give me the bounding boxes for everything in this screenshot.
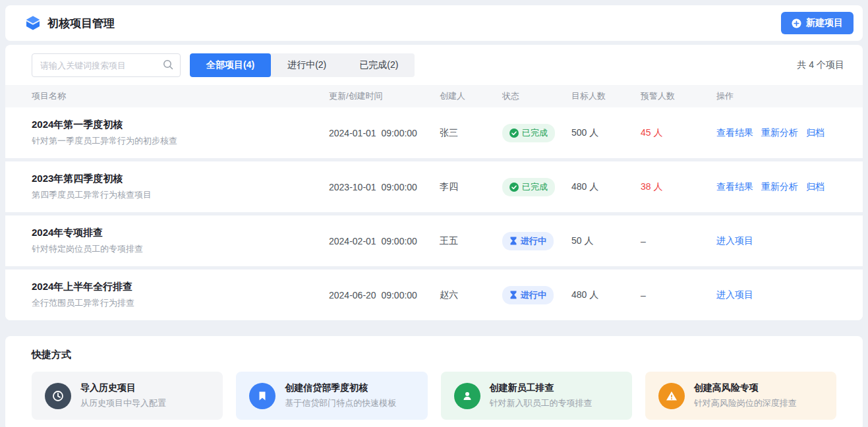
shortcut-high-risk-special[interactable]: 创建高风险专项 针对高风险岗位的深度排查 xyxy=(645,372,836,420)
table-row: 2023年第四季度初核 第四季度员工异常行为核查项目 2023-10-01 09… xyxy=(5,161,863,212)
status-badge: 已完成 xyxy=(502,124,555,142)
view-results-link[interactable]: 查看结果 xyxy=(716,127,753,139)
project-creator: 王五 xyxy=(440,235,502,247)
column-header-time: 更新/创建时间 xyxy=(329,90,440,102)
project-status-cell: 进行中 xyxy=(502,232,571,250)
target-count: 480 人 xyxy=(571,181,641,193)
status-label: 进行中 xyxy=(521,235,546,247)
project-time: 2024-02-01 09:00:00 xyxy=(329,236,440,246)
project-time: 2023-10-01 09:00:00 xyxy=(329,182,440,192)
shortcut-cards: 导入历史项目 从历史项目中导入配置 创建信贷部季度初核 基于信贷部门特点的快速模… xyxy=(32,372,836,420)
shortcuts-panel: 快捷方式 导入历史项目 从历史项目中导入配置 创建信贷部季度初核 xyxy=(5,336,863,427)
plus-circle-icon xyxy=(792,18,801,28)
column-header-actions: 操作 xyxy=(716,90,836,102)
shortcut-desc: 从历史项目中导入配置 xyxy=(80,397,166,409)
column-header-creator: 创建人 xyxy=(440,90,502,102)
warning-count: – xyxy=(641,290,716,300)
project-description: 全行范围员工异常行为排查 xyxy=(32,297,329,309)
check-circle-icon xyxy=(509,128,519,138)
row-actions: 进入项目 xyxy=(716,235,836,247)
project-title: 2024年上半年全行排查 xyxy=(32,281,329,293)
reanalyze-link[interactable]: 重新分析 xyxy=(761,181,798,193)
warning-icon xyxy=(658,383,685,409)
shortcut-text: 创建高风险专项 针对高风险岗位的深度排查 xyxy=(694,382,797,409)
enter-project-link[interactable]: 进入项目 xyxy=(716,235,753,247)
table-row: 2024年上半年全行排查 全行范围员工异常行为排查 2024-06-20 09:… xyxy=(5,270,863,320)
shortcut-text: 导入历史项目 从历史项目中导入配置 xyxy=(80,382,166,409)
hourglass-icon xyxy=(509,291,517,299)
cube-icon xyxy=(25,15,41,31)
reanalyze-link[interactable]: 重新分析 xyxy=(761,127,798,139)
status-badge: 进行中 xyxy=(502,286,554,304)
project-status-cell: 进行中 xyxy=(502,286,571,304)
target-count: 50 人 xyxy=(571,235,641,247)
shortcut-title: 创建信贷部季度初核 xyxy=(285,382,396,394)
status-label: 已完成 xyxy=(522,127,548,139)
column-header-name: 项目名称 xyxy=(32,90,329,102)
toolbar: 全部项目(4) 进行中(2) 已完成(2) 共 4 个项目 xyxy=(5,45,863,85)
row-actions: 查看结果 重新分析 归档 xyxy=(716,127,836,139)
shortcut-desc: 基于信贷部门特点的快速模板 xyxy=(285,397,396,409)
archive-link[interactable]: 归档 xyxy=(806,181,825,193)
project-creator: 赵六 xyxy=(440,289,502,301)
shortcut-title: 创建新员工排查 xyxy=(490,382,593,394)
filter-tabs: 全部项目(4) 进行中(2) 已完成(2) xyxy=(190,53,415,77)
shortcut-credit-dept-review[interactable]: 创建信贷部季度初核 基于信贷部门特点的快速模板 xyxy=(236,372,427,420)
app-header: 初核项目管理 新建项目 xyxy=(5,5,863,41)
tab-all-projects[interactable]: 全部项目(4) xyxy=(190,53,271,77)
new-project-button-label: 新建项目 xyxy=(806,17,843,29)
section-gap xyxy=(5,320,863,336)
project-time: 2024-01-01 09:00:00 xyxy=(329,128,440,138)
target-count: 500 人 xyxy=(571,127,641,139)
target-count: 480 人 xyxy=(571,289,641,301)
column-header-warning: 预警人数 xyxy=(641,90,716,102)
project-status-cell: 已完成 xyxy=(502,124,571,142)
project-creator: 张三 xyxy=(440,127,502,139)
enter-project-link[interactable]: 进入项目 xyxy=(716,289,753,301)
warning-count: 45 人 xyxy=(641,127,716,139)
warning-count: 38 人 xyxy=(641,181,716,193)
table-row: 2024年第一季度初核 针对第一季度员工异常行为的初步核查 2024-01-01… xyxy=(5,107,863,158)
shortcut-import-history[interactable]: 导入历史项目 从历史项目中导入配置 xyxy=(32,372,223,420)
page-title: 初核项目管理 xyxy=(47,16,115,31)
total-count: 共 4 个项目 xyxy=(797,59,844,71)
tab-completed[interactable]: 已完成(2) xyxy=(343,53,415,77)
shortcut-text: 创建信贷部季度初核 基于信贷部门特点的快速模板 xyxy=(285,382,396,409)
status-badge: 进行中 xyxy=(502,232,554,250)
user-icon xyxy=(454,383,480,409)
hourglass-icon xyxy=(509,237,517,245)
status-badge: 已完成 xyxy=(502,178,555,196)
project-description: 第四季度员工异常行为核查项目 xyxy=(32,189,329,201)
project-name-cell: 2024年专项排查 针对特定岗位员工的专项排查 xyxy=(32,227,329,255)
project-name-cell: 2024年上半年全行排查 全行范围员工异常行为排查 xyxy=(32,281,329,309)
tab-in-progress[interactable]: 进行中(2) xyxy=(271,53,343,77)
warning-count: – xyxy=(641,236,716,246)
project-list-panel: 全部项目(4) 进行中(2) 已完成(2) 共 4 个项目 项目名称 更新/创建… xyxy=(5,45,863,320)
shortcut-title: 创建高风险专项 xyxy=(694,382,797,394)
shortcut-new-employee-check[interactable]: 创建新员工排查 针对新入职员工的专项排查 xyxy=(441,372,632,420)
project-name-cell: 2023年第四季度初核 第四季度员工异常行为核查项目 xyxy=(32,173,329,201)
project-name-cell: 2024年第一季度初核 针对第一季度员工异常行为的初步核查 xyxy=(32,119,329,147)
row-actions: 进入项目 xyxy=(716,289,836,301)
archive-link[interactable]: 归档 xyxy=(806,127,825,139)
project-status-cell: 已完成 xyxy=(502,178,571,196)
table-row: 2024年专项排查 针对特定岗位员工的专项排查 2024-02-01 09:00… xyxy=(5,215,863,266)
status-label: 进行中 xyxy=(521,289,546,301)
shortcut-title: 导入历史项目 xyxy=(80,382,166,394)
bookmark-icon xyxy=(249,383,275,409)
new-project-button[interactable]: 新建项目 xyxy=(781,12,854,34)
clock-icon xyxy=(45,383,71,409)
search-box xyxy=(32,53,181,77)
shortcut-text: 创建新员工排查 针对新入职员工的专项排查 xyxy=(490,382,593,409)
column-header-status: 状态 xyxy=(502,90,571,102)
status-label: 已完成 xyxy=(522,181,548,193)
table-header: 项目名称 更新/创建时间 创建人 状态 目标人数 预警人数 操作 xyxy=(5,85,863,107)
project-description: 针对第一季度员工异常行为的初步核查 xyxy=(32,135,329,147)
row-actions: 查看结果 重新分析 归档 xyxy=(716,181,836,193)
shortcut-desc: 针对新入职员工的专项排查 xyxy=(490,397,593,409)
shortcuts-title: 快捷方式 xyxy=(32,349,836,361)
project-title: 2023年第四季度初核 xyxy=(32,173,329,185)
view-results-link[interactable]: 查看结果 xyxy=(716,181,753,193)
search-input[interactable] xyxy=(32,53,181,77)
search-icon[interactable] xyxy=(162,59,174,71)
